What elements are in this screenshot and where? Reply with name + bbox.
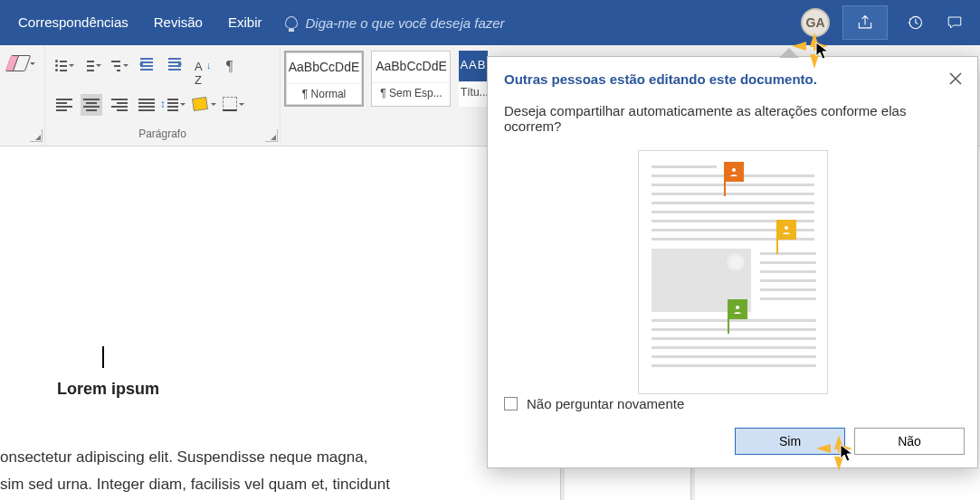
sort-button[interactable]: AZ xyxy=(191,62,213,84)
document-page[interactable]: Lorem ipsum onsectetur adipiscing elit. … xyxy=(0,146,561,500)
numbering-icon xyxy=(82,60,94,71)
clear-formatting-button[interactable] xyxy=(8,52,35,74)
close-icon xyxy=(949,72,962,85)
dialog-illustration xyxy=(638,150,828,394)
user-avatar[interactable]: GA xyxy=(801,8,830,37)
align-right-button[interactable] xyxy=(109,94,130,116)
style-preview: AAB xyxy=(459,51,488,81)
style-preview: AaBbCcDdE xyxy=(372,52,450,82)
borders-button[interactable] xyxy=(223,93,244,115)
increase-indent-icon xyxy=(166,56,184,71)
decrease-indent-button[interactable] xyxy=(136,52,157,74)
checkbox-label: Não perguntar novamente xyxy=(527,396,684,411)
align-justify-button[interactable] xyxy=(136,94,157,116)
align-justify-icon xyxy=(138,99,155,111)
collaborator-flag-icon xyxy=(724,162,744,182)
numbering-button[interactable] xyxy=(81,54,102,76)
align-left-button[interactable] xyxy=(53,94,75,116)
history-icon xyxy=(906,14,924,32)
comment-icon xyxy=(946,14,964,31)
eraser-icon xyxy=(5,55,32,71)
borders-icon xyxy=(223,97,237,111)
share-icon xyxy=(856,14,874,32)
tell-me-placeholder: Diga-me o que você deseja fazer xyxy=(305,15,504,31)
text-cursor xyxy=(102,346,104,368)
yes-button[interactable]: Sim xyxy=(735,428,845,455)
svg-point-2 xyxy=(785,226,788,230)
dialog-launcher-font[interactable] xyxy=(30,129,43,142)
lightbulb-icon xyxy=(285,16,298,29)
style-no-spacing[interactable]: AaBbCcDdE ¶ Sem Esp... xyxy=(371,51,451,107)
history-button[interactable] xyxy=(895,5,935,40)
ribbon-group-clipboard xyxy=(0,45,45,146)
pilcrow-icon: ¶ xyxy=(226,58,233,74)
increase-indent-button[interactable] xyxy=(164,52,186,74)
ribbon-group-paragraph: AZ ¶ Parágrafo xyxy=(45,45,281,146)
line-spacing-icon xyxy=(164,97,178,111)
align-center-icon xyxy=(83,99,100,111)
tell-me-search[interactable]: Diga-me o que você deseja fazer xyxy=(285,15,504,31)
paragraph-group-label: Parágrafo xyxy=(45,127,280,140)
style-normal[interactable]: AaBbCcDdE ¶ Normal xyxy=(284,51,364,107)
shading-button[interactable] xyxy=(191,93,216,115)
dialog-title: Outras pessoas estão editando este docum… xyxy=(504,71,961,87)
dialog-arrow xyxy=(780,49,798,58)
share-changes-dialog: Outras pessoas estão editando este docum… xyxy=(487,56,978,468)
style-name: ¶ Sem Esp... xyxy=(372,82,450,103)
document-body-line: onsectetur adipiscing elit. Suspendisse … xyxy=(0,445,434,471)
tab-correspondencias[interactable]: Correspondências xyxy=(5,0,141,45)
dialog-close-button[interactable] xyxy=(941,64,970,93)
collaborator-flag-icon xyxy=(728,299,747,319)
decrease-indent-icon xyxy=(138,56,156,71)
align-center-button[interactable] xyxy=(81,94,102,116)
style-preview: AaBbCcDdE xyxy=(286,52,362,83)
svg-point-3 xyxy=(736,306,739,309)
ribbon-group-styles: AaBbCcDdE ¶ Normal AaBbCcDdE ¶ Sem Esp..… xyxy=(281,45,495,146)
dialog-launcher-paragraph[interactable] xyxy=(265,129,278,142)
no-button[interactable]: Não xyxy=(854,428,965,455)
tab-revisao[interactable]: Revisão xyxy=(141,0,215,45)
dialog-body: Deseja compartilhar automaticamente as a… xyxy=(504,103,961,134)
document-heading: Lorem ipsum xyxy=(57,380,159,399)
collaborator-flag-icon xyxy=(776,220,796,240)
paint-bucket-icon xyxy=(191,97,209,111)
show-marks-button[interactable]: ¶ xyxy=(219,55,241,77)
sort-icon: AZ xyxy=(195,60,210,87)
line-spacing-button[interactable] xyxy=(164,93,186,115)
multilevel-list-button[interactable] xyxy=(109,54,130,76)
style-title[interactable]: AAB Títu... xyxy=(459,51,488,107)
dont-ask-again-checkbox[interactable]: Não perguntar novamente xyxy=(504,396,684,411)
tab-exibir[interactable]: Exibir xyxy=(215,0,275,45)
svg-point-1 xyxy=(732,168,736,172)
bullets-button[interactable] xyxy=(53,54,75,76)
checkbox-icon xyxy=(504,397,518,410)
share-button[interactable] xyxy=(842,5,888,40)
align-right-icon xyxy=(111,99,128,111)
comments-button[interactable] xyxy=(935,5,975,40)
titlebar: Correspondências Revisão Exibir Diga-me … xyxy=(0,0,980,45)
style-name: Títu... xyxy=(459,81,488,102)
multilevel-icon xyxy=(109,60,121,71)
bullets-icon xyxy=(55,60,67,71)
document-body-line: sim sed urna. Integer diam, facilisis ve… xyxy=(0,472,434,498)
style-name: ¶ Normal xyxy=(286,83,362,104)
align-left-icon xyxy=(56,99,72,111)
